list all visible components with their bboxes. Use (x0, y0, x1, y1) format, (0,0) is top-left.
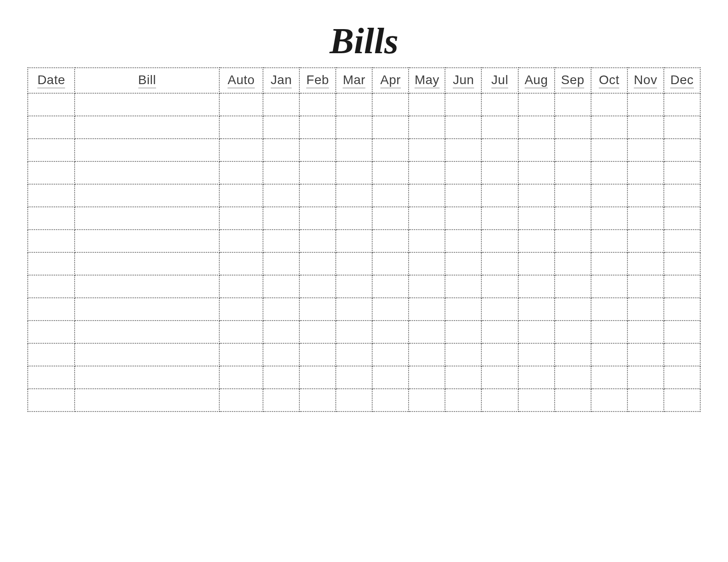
table-cell[interactable] (591, 343, 627, 366)
table-cell[interactable] (481, 298, 518, 321)
table-cell[interactable] (518, 321, 555, 343)
table-cell[interactable] (555, 230, 591, 252)
table-cell[interactable] (75, 366, 219, 389)
table-cell[interactable] (481, 161, 518, 184)
table-cell[interactable] (481, 93, 518, 116)
table-cell[interactable] (627, 343, 664, 366)
table-cell[interactable] (372, 161, 409, 184)
table-cell[interactable] (336, 298, 372, 321)
table-cell[interactable] (409, 343, 445, 366)
table-cell[interactable] (263, 230, 299, 252)
table-cell[interactable] (481, 389, 518, 411)
table-cell[interactable] (372, 366, 409, 389)
table-cell[interactable] (664, 275, 700, 298)
table-cell[interactable] (555, 252, 591, 275)
table-cell[interactable] (627, 161, 664, 184)
table-cell[interactable] (591, 275, 627, 298)
table-cell[interactable] (591, 184, 627, 207)
table-cell[interactable] (219, 207, 263, 230)
table-cell[interactable] (299, 343, 336, 366)
table-cell[interactable] (219, 321, 263, 343)
table-cell[interactable] (627, 366, 664, 389)
table-cell[interactable] (591, 389, 627, 411)
table-cell[interactable] (627, 230, 664, 252)
table-cell[interactable] (518, 343, 555, 366)
table-cell[interactable] (591, 139, 627, 161)
table-cell[interactable] (263, 184, 299, 207)
table-cell[interactable] (409, 230, 445, 252)
table-cell[interactable] (263, 275, 299, 298)
table-cell[interactable] (445, 184, 481, 207)
table-cell[interactable] (481, 184, 518, 207)
table-cell[interactable] (336, 366, 372, 389)
table-cell[interactable] (263, 116, 299, 139)
table-cell[interactable] (664, 116, 700, 139)
table-cell[interactable] (555, 343, 591, 366)
table-cell[interactable] (518, 275, 555, 298)
table-cell[interactable] (336, 93, 372, 116)
table-cell[interactable] (336, 139, 372, 161)
table-cell[interactable] (75, 389, 219, 411)
table-cell[interactable] (75, 321, 219, 343)
table-cell[interactable] (409, 93, 445, 116)
table-cell[interactable] (627, 298, 664, 321)
table-cell[interactable] (219, 184, 263, 207)
table-cell[interactable] (299, 93, 336, 116)
table-cell[interactable] (219, 366, 263, 389)
table-cell[interactable] (445, 161, 481, 184)
table-cell[interactable] (445, 343, 481, 366)
table-cell[interactable] (664, 366, 700, 389)
table-cell[interactable] (263, 343, 299, 366)
table-cell[interactable] (481, 366, 518, 389)
table-cell[interactable] (591, 321, 627, 343)
table-cell[interactable] (518, 252, 555, 275)
table-cell[interactable] (518, 139, 555, 161)
table-cell[interactable] (518, 184, 555, 207)
table-cell[interactable] (627, 139, 664, 161)
table-cell[interactable] (409, 184, 445, 207)
table-cell[interactable] (28, 343, 75, 366)
table-cell[interactable] (219, 230, 263, 252)
table-cell[interactable] (219, 343, 263, 366)
table-cell[interactable] (664, 389, 700, 411)
table-cell[interactable] (372, 321, 409, 343)
table-cell[interactable] (219, 389, 263, 411)
table-cell[interactable] (627, 252, 664, 275)
table-cell[interactable] (299, 207, 336, 230)
table-cell[interactable] (591, 116, 627, 139)
table-cell[interactable] (445, 252, 481, 275)
table-cell[interactable] (409, 366, 445, 389)
table-cell[interactable] (299, 139, 336, 161)
table-cell[interactable] (263, 252, 299, 275)
table-cell[interactable] (299, 298, 336, 321)
table-cell[interactable] (664, 343, 700, 366)
table-cell[interactable] (75, 252, 219, 275)
table-cell[interactable] (299, 252, 336, 275)
table-cell[interactable] (372, 275, 409, 298)
table-cell[interactable] (75, 184, 219, 207)
table-cell[interactable] (591, 207, 627, 230)
table-cell[interactable] (664, 252, 700, 275)
table-cell[interactable] (299, 161, 336, 184)
table-cell[interactable] (263, 93, 299, 116)
table-cell[interactable] (219, 116, 263, 139)
table-cell[interactable] (28, 161, 75, 184)
table-cell[interactable] (627, 184, 664, 207)
table-cell[interactable] (336, 252, 372, 275)
table-cell[interactable] (372, 230, 409, 252)
table-cell[interactable] (263, 389, 299, 411)
table-cell[interactable] (481, 207, 518, 230)
table-cell[interactable] (518, 207, 555, 230)
table-cell[interactable] (518, 366, 555, 389)
table-cell[interactable] (445, 389, 481, 411)
table-cell[interactable] (445, 207, 481, 230)
table-cell[interactable] (299, 184, 336, 207)
table-cell[interactable] (336, 343, 372, 366)
table-cell[interactable] (481, 252, 518, 275)
table-cell[interactable] (299, 321, 336, 343)
table-cell[interactable] (28, 116, 75, 139)
table-cell[interactable] (28, 298, 75, 321)
table-cell[interactable] (219, 252, 263, 275)
table-cell[interactable] (555, 275, 591, 298)
table-cell[interactable] (555, 184, 591, 207)
